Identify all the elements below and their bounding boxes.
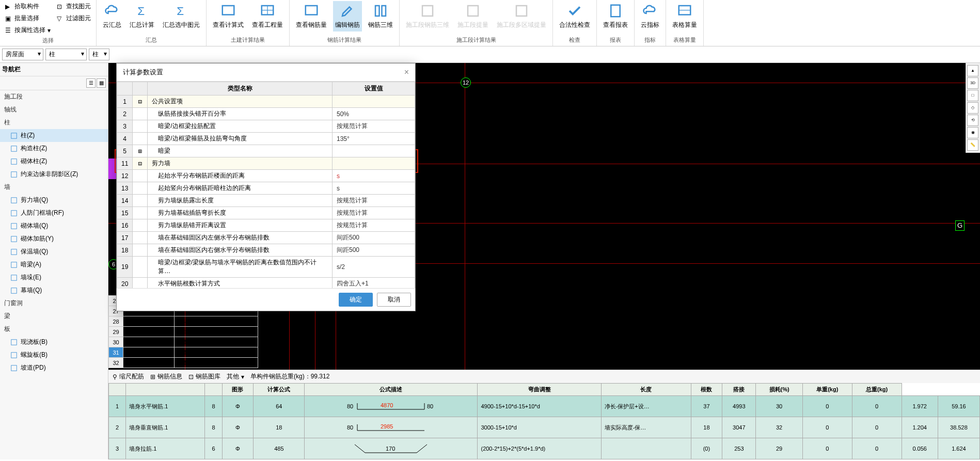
nav-item[interactable]: 砌体加筋(Y) xyxy=(0,232,108,245)
param-row[interactable]: 2纵筋搭接接头错开百分率50% xyxy=(117,108,415,120)
tool-box[interactable]: □ xyxy=(967,90,978,101)
nav-item[interactable]: 暗梁(A) xyxy=(0,258,108,271)
cloud-index-icon xyxy=(642,3,658,19)
nav-grid-icon[interactable]: ▦ xyxy=(97,78,106,88)
view-quantity[interactable]: 查看工程量 xyxy=(250,1,285,31)
tool-3d[interactable]: 3D xyxy=(967,77,978,89)
nav-item[interactable]: 保温墙(Q) xyxy=(0,245,108,258)
nav-item-icon xyxy=(10,132,18,139)
nav-item[interactable]: 幕墙(Q) xyxy=(0,284,108,297)
table-qty[interactable]: 表格算量 xyxy=(670,1,699,31)
cloud-index[interactable]: 云指标 xyxy=(639,1,661,31)
svg-rect-24 xyxy=(11,262,17,267)
view-report[interactable]: 查看报表 xyxy=(601,1,630,31)
param-row[interactable]: 1⊟公共设置项 xyxy=(117,96,415,108)
nav-section[interactable]: 板 xyxy=(0,323,108,336)
nav-item[interactable]: 现浇板(B) xyxy=(0,336,108,348)
nav-section[interactable]: 门窗洞 xyxy=(0,297,108,310)
param-row[interactable]: 14剪力墙纵筋露出长度按规范计算 xyxy=(117,195,415,207)
result-col: 公式描述 xyxy=(305,384,478,396)
svg-rect-29 xyxy=(11,365,17,371)
batch-select[interactable]: ▣批量选择 xyxy=(4,13,52,24)
param-row[interactable]: 18墙在基础锚固区内右侧水平分布钢筋排数间距500 xyxy=(117,244,415,257)
rebar-info[interactable]: ⊞钢筋信息 xyxy=(150,372,182,381)
param-row[interactable]: 15剪力墙基础插筋弯折长度按规范计算 xyxy=(117,207,415,219)
filter-element[interactable]: ▽过滤图元 xyxy=(56,13,92,24)
view-rebar-qty[interactable]: 查看钢筋量 xyxy=(294,1,329,31)
ribbon-group-select-label: 选择 xyxy=(4,36,92,45)
attr-select[interactable]: ☰按属性选择 ▾ xyxy=(4,25,52,36)
floor-dropdown[interactable]: 房屋面 xyxy=(2,49,43,60)
prop-row[interactable]: 31计算设置按默认计算设置计算 xyxy=(109,347,258,358)
param-row[interactable]: 19暗梁/边框梁/梁纵筋与墙水平钢筋的距离在数值范围内不计算…s/2 xyxy=(117,257,415,278)
nav-item[interactable]: 坡道(PD) xyxy=(0,361,108,374)
cloud-summary[interactable]: 云汇总 xyxy=(101,1,123,31)
stage-qty-icon xyxy=(465,3,481,19)
nav-item[interactable]: 约束边缘非阴影区(Z) xyxy=(0,168,108,181)
stage-rebar-3d: 施工段钢筋三维 xyxy=(404,1,451,31)
svg-rect-21 xyxy=(11,223,17,229)
nav-item[interactable]: 螺旋板(B) xyxy=(0,348,108,361)
nav-section[interactable]: 轴线 xyxy=(0,103,108,116)
nav-section[interactable]: 柱 xyxy=(0,116,108,129)
rebar-3d[interactable]: 钢筋三维 xyxy=(366,1,395,31)
tool-select[interactable]: ▲ xyxy=(967,65,978,76)
sigma-icon: Σ xyxy=(134,3,150,19)
param-row[interactable]: 12起始水平分布钢筋距楼面的距离s xyxy=(117,170,415,182)
expand-icon[interactable]: ⊟ xyxy=(137,98,143,105)
result-row[interactable]: 3墙身拉筋.16Φ485170(200-2*15)+2*(5*d+1.9*d)(… xyxy=(109,438,980,459)
param-row[interactable]: 20水平钢筋根数计算方式四舍五入+1 xyxy=(117,278,415,289)
summary-calc[interactable]: Σ汇总计算 xyxy=(128,1,156,31)
library-icon: ⊡ xyxy=(188,373,194,380)
nav-item[interactable]: 砌体柱(Z) xyxy=(0,155,108,168)
nav-item[interactable]: 砌体墙(Q) xyxy=(0,219,108,232)
tool-measure[interactable]: 📏 xyxy=(967,139,978,151)
ok-button[interactable]: 确定 xyxy=(339,293,373,307)
result-row[interactable]: 1墙身水平钢筋.18Φ64804870804900-15+10*d-15+10*… xyxy=(109,396,980,417)
nav-section[interactable]: 梁 xyxy=(0,310,108,323)
tool-cube[interactable]: ◇ xyxy=(967,102,978,114)
prop-row[interactable]: 32节点设置按默认节点设置计算 xyxy=(109,358,258,368)
prop-row[interactable]: 28水平分布…不计入 xyxy=(109,316,258,327)
viewport-right-toolbar: ▲ 3D □ ◇ ⟲ ◉ 📏 xyxy=(966,63,980,153)
nav-section[interactable]: 墙 xyxy=(0,181,108,194)
rebar-library[interactable]: ⊡钢筋图库 xyxy=(188,372,220,381)
nav-item[interactable]: 柱(Z) xyxy=(0,129,108,142)
param-row[interactable]: 13起始竖向分布钢筋距暗柱边的距离s xyxy=(117,182,415,195)
nav-list-icon[interactable]: ☰ xyxy=(86,78,96,88)
other-menu[interactable]: 其他 ▾ xyxy=(227,372,244,381)
param-row[interactable]: 3暗梁/边框梁拉筋配置按规范计算 xyxy=(117,120,415,133)
category-dropdown[interactable]: 柱 xyxy=(45,49,87,60)
find-element[interactable]: ⊡查找图元 xyxy=(56,1,92,12)
nav-section[interactable]: 施工段 xyxy=(0,90,108,103)
param-row[interactable]: 11⊟剪力墙 xyxy=(117,157,415,170)
cancel-button[interactable]: 取消 xyxy=(377,293,411,307)
tool-rotate[interactable]: ⟲ xyxy=(967,115,978,126)
prop-row[interactable]: 29抗震等级(二级抗震) xyxy=(109,327,258,337)
nav-item[interactable]: 人防门框墙(RF) xyxy=(0,206,108,219)
nav-item[interactable]: 墙垛(E) xyxy=(0,271,108,284)
pick-component[interactable]: ▶拾取构件 xyxy=(4,1,52,12)
edit-rebar[interactable]: 编辑钢筋 xyxy=(333,1,362,31)
svg-rect-23 xyxy=(11,249,17,255)
rebar-3d-icon xyxy=(373,3,388,19)
expand-icon[interactable]: ⊟ xyxy=(137,160,143,167)
expand-icon[interactable]: ⊞ xyxy=(137,148,143,155)
param-row[interactable]: 5⊞暗梁 xyxy=(117,145,415,157)
element-dropdown[interactable]: 柱 xyxy=(89,49,109,60)
result-col: 弯曲调整 xyxy=(478,384,601,396)
prop-row[interactable]: 30锚固搭接按默认锚固搭接计算 xyxy=(109,337,258,347)
param-row[interactable]: 17墙在基础锚固区内左侧水平分布钢筋排数间距500 xyxy=(117,232,415,244)
nav-item-icon xyxy=(10,261,18,268)
tool-sphere[interactable]: ◉ xyxy=(967,127,978,138)
close-icon[interactable]: × xyxy=(404,68,409,77)
view-formula[interactable]: 查看计算式 xyxy=(211,1,246,31)
scale-rebar[interactable]: ⚲缩尺配筋 xyxy=(113,372,144,381)
nav-item[interactable]: 剪力墙(Q) xyxy=(0,194,108,206)
param-row[interactable]: 4暗梁/边框梁箍筋及拉筋弯勾角度135° xyxy=(117,133,415,145)
summary-selected[interactable]: Σ汇总选中图元 xyxy=(161,1,202,31)
nav-item[interactable]: 构造柱(Z) xyxy=(0,142,108,155)
param-row[interactable]: 16剪力墙纵筋错开距离设置按规范计算 xyxy=(117,219,415,232)
validity-check[interactable]: 合法性检查 xyxy=(557,1,592,31)
result-row[interactable]: 2墙身垂直钢筋.18Φ188029853000-15+10*d墙实际高度-保…1… xyxy=(109,417,980,438)
